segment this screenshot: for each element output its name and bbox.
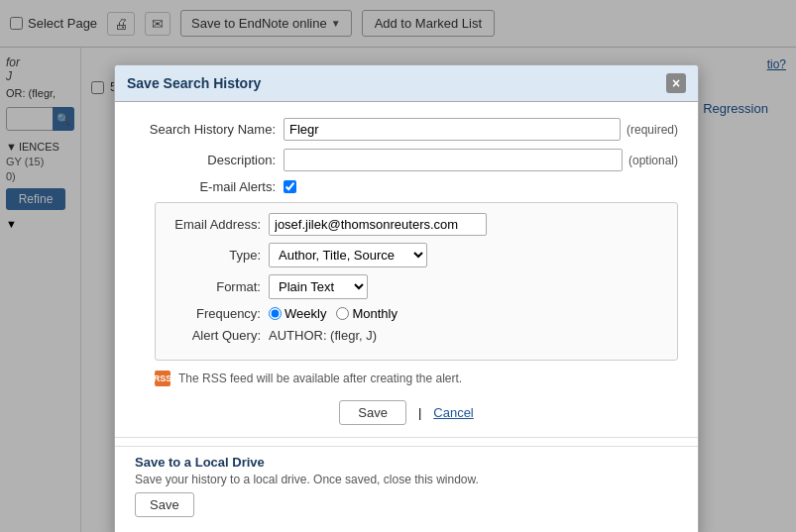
frequency-weekly-option[interactable]: Weekly xyxy=(269,306,326,321)
format-label: Format: xyxy=(170,279,269,294)
alert-query-row: Alert Query: AUTHOR: (flegr, J) xyxy=(170,328,663,343)
rss-text: The RSS feed will be available after cre… xyxy=(178,372,462,385)
alert-query-value: AUTHOR: (flegr, J) xyxy=(269,328,377,343)
description-row: Description: (optional) xyxy=(135,149,678,171)
type-row: Type: Author, Title, Source Full Record … xyxy=(170,243,663,267)
type-select[interactable]: Author, Title, Source Full Record Citati… xyxy=(269,243,427,267)
local-drive-section: Save to a Local Drive Save your history … xyxy=(115,446,698,517)
rss-row: RSS The RSS feed will be available after… xyxy=(135,371,678,386)
email-alerts-checkbox[interactable] xyxy=(284,180,296,193)
format-select[interactable]: Plain Text HTML xyxy=(269,274,368,299)
description-hint: (optional) xyxy=(628,154,678,167)
history-name-hint: (required) xyxy=(626,123,678,137)
frequency-radio-group: Weekly Monthly xyxy=(269,306,398,321)
email-address-row: Email Address: xyxy=(170,213,663,236)
rss-icon: RSS xyxy=(155,371,171,386)
frequency-weekly-label: Weekly xyxy=(284,306,326,321)
format-row: Format: Plain Text HTML xyxy=(170,274,663,299)
email-alert-section: Email Address: Type: Author, Title, Sour… xyxy=(155,202,678,361)
email-alerts-label: E-mail Alerts: xyxy=(135,179,284,194)
divider-text: | xyxy=(418,405,421,420)
frequency-monthly-option[interactable]: Monthly xyxy=(336,306,398,321)
modal-close-button[interactable]: × xyxy=(666,73,686,93)
modal-title: Save Search History xyxy=(127,75,261,91)
modal-save-button[interactable]: Save xyxy=(339,400,406,425)
frequency-monthly-label: Monthly xyxy=(352,306,398,321)
action-buttons-row: Save | Cancel xyxy=(135,396,678,429)
modal-body: Search History Name: (required) Descript… xyxy=(115,102,698,429)
email-address-input[interactable] xyxy=(269,213,487,236)
local-drive-save-button[interactable]: Save xyxy=(135,492,194,517)
history-name-row: Search History Name: (required) xyxy=(135,118,678,141)
local-drive-description: Save your history to a local drive. Once… xyxy=(135,473,678,486)
description-label: Description: xyxy=(135,153,284,167)
history-name-label: Search History Name: xyxy=(135,122,284,137)
save-search-history-modal: Save Search History × Search History Nam… xyxy=(114,64,699,532)
modal-cancel-button[interactable]: Cancel xyxy=(433,405,473,420)
frequency-label: Frequency: xyxy=(170,306,269,321)
local-drive-title: Save to a Local Drive xyxy=(135,455,678,470)
frequency-monthly-radio[interactable] xyxy=(336,307,349,320)
email-address-label: Email Address: xyxy=(170,217,269,232)
modal-header: Save Search History × xyxy=(115,65,698,102)
history-name-input[interactable] xyxy=(284,118,621,141)
description-input[interactable] xyxy=(284,149,623,171)
email-alerts-row: E-mail Alerts: xyxy=(135,179,678,194)
frequency-row: Frequency: Weekly Monthly xyxy=(170,306,663,321)
alert-query-label: Alert Query: xyxy=(170,328,269,343)
type-label: Type: xyxy=(170,248,269,263)
frequency-weekly-radio[interactable] xyxy=(269,307,282,320)
modal-divider xyxy=(115,437,698,438)
